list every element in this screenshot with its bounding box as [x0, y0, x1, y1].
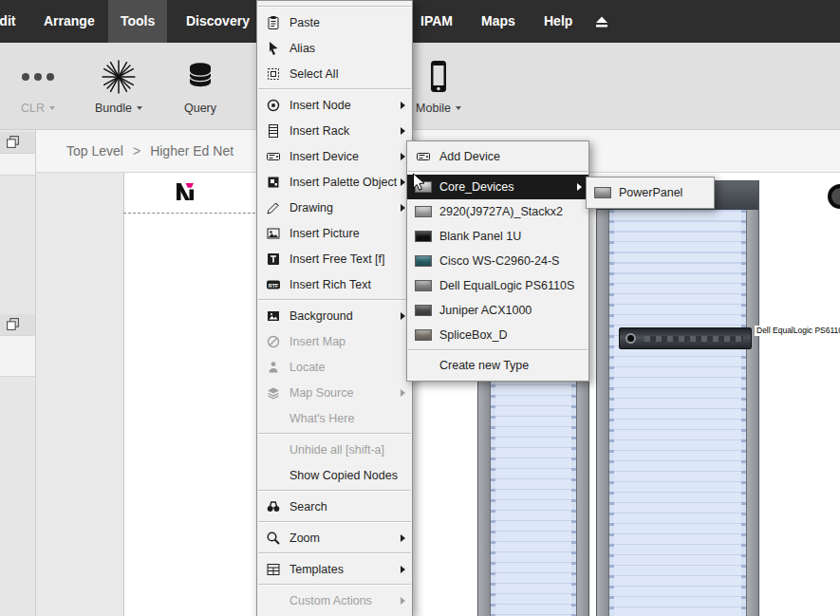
core-devices-submenu: PowerPanel — [586, 177, 715, 209]
toolbar-button-clr[interactable]: CLR — [8, 52, 68, 126]
menu-item-label: Locate — [289, 361, 326, 374]
rich-text-icon: RTF — [265, 277, 282, 292]
caret-down-icon — [137, 106, 142, 110]
menu-item-label: Show Copied Nodes — [289, 469, 398, 482]
menu-item-insert-picture[interactable]: Insert Picture — [257, 220, 412, 246]
toolbar-button-bundle[interactable]: Bundle — [84, 52, 154, 126]
clr-dots-icon — [20, 52, 56, 102]
menu-item-dell-equallogic-ps6110s[interactable]: Dell EqualLogic PS6110S — [407, 273, 588, 298]
menu-item-label: Core_Devices — [439, 180, 514, 194]
templates-icon — [265, 562, 282, 577]
menu-item-label: Select All — [289, 67, 338, 81]
tools-menu: PasteAliasSelect AllInsert NodeInsert Ra… — [256, 0, 413, 616]
menu-separator — [258, 490, 411, 492]
menu-item-blank-panel-1u[interactable]: Blank Panel 1U — [407, 224, 588, 249]
submenu-arrow-icon — [401, 153, 405, 160]
menu-item-insert-device[interactable]: Insert Device — [257, 143, 412, 169]
device-thumbnail-image — [415, 305, 432, 316]
breadcrumb-item-higher-ed-net[interactable]: Higher Ed Net — [150, 143, 233, 159]
alias-icon — [265, 41, 282, 56]
menubar-item-ipam[interactable]: IPAM — [411, 0, 462, 43]
device-node-dell-equallogic[interactable] — [619, 327, 752, 349]
submenu-arrow-icon — [577, 183, 582, 191]
menubar-item-help[interactable]: Help — [534, 0, 582, 43]
zoom-magnifier-icon — [265, 531, 282, 546]
menu-item-label: Background — [289, 309, 353, 323]
menu-item-label: Zoom — [289, 532, 320, 545]
toolbar-label-query: Query — [184, 102, 216, 115]
submenu-arrow-icon — [401, 534, 405, 542]
menu-item-label: Dell EqualLogic PS6110S — [439, 279, 574, 292]
menu-item-alias[interactable]: Alias — [257, 35, 412, 61]
paste-icon — [265, 15, 282, 30]
menu-item-insert-palette-object[interactable]: Insert Palette Object — [257, 169, 412, 195]
menu-item-create-new-type[interactable]: Create new Type — [407, 353, 588, 378]
toolbar-button-mobile[interactable]: Mobile — [402, 52, 475, 126]
netterrain-logo-icon — [174, 180, 196, 203]
breadcrumb-item-top-level[interactable]: Top Level — [66, 143, 123, 159]
menubar-item-maps[interactable]: Maps — [472, 0, 525, 43]
toolbar-button-query[interactable]: Query — [167, 52, 233, 126]
device-thumbnail-image — [415, 329, 432, 341]
menu-item-insert-node[interactable]: Insert Node — [257, 92, 412, 118]
menu-item-show-copied-nodes[interactable]: Show Copied Nodes — [257, 462, 412, 488]
menu-item-label: Insert Node — [289, 99, 351, 112]
svg-text:RTF: RTF — [269, 282, 279, 288]
menubar-item-arrange[interactable]: Arrange — [34, 0, 104, 43]
submenu-arrow-icon — [401, 566, 405, 573]
menu-item-insert-rack[interactable]: Insert Rack — [257, 118, 412, 143]
menu-item-label: Cisco WS-C2960-24-S — [439, 254, 559, 268]
menu-item-insert-free-text-f[interactable]: Insert Free Text [f] — [257, 246, 412, 271]
menu-item-label: Templates — [289, 563, 344, 576]
menu-item-add-device[interactable]: Add Device — [407, 144, 588, 169]
menu-item-splicebox-d[interactable]: SpliceBox_D — [407, 323, 588, 347]
menubar-item-edit[interactable]: Edit — [0, 0, 25, 43]
map-source-icon — [265, 385, 282, 401]
menu-item-label: Alias — [289, 42, 315, 55]
picture-icon — [265, 226, 282, 241]
eject-button[interactable] — [590, 0, 613, 43]
insert-rack-icon — [265, 123, 282, 139]
menu-item-what-s-here: What's Here — [257, 405, 412, 431]
menu-separator — [258, 433, 411, 435]
menu-item-label: Map Source — [289, 386, 353, 400]
eject-icon — [594, 14, 609, 29]
insert-device-submenu: Add DeviceCore_Devices2920(J9727A)_Stack… — [406, 140, 589, 382]
rack-rail — [747, 210, 758, 616]
dock-panel-tab — [0, 132, 35, 153]
menubar-item-tools[interactable]: Tools — [108, 0, 167, 43]
restore-panel-icon[interactable] — [6, 317, 20, 331]
menu-item-zoom[interactable]: Zoom — [257, 525, 412, 551]
menu-item-label: Create new Type — [439, 359, 529, 372]
menu-item-paste[interactable]: Paste — [257, 9, 412, 35]
toolbar: CLR Bundle Query — [0, 43, 840, 130]
rack-node[interactable] — [596, 180, 759, 616]
menu-item-drawing[interactable]: Drawing — [257, 195, 412, 220]
no-icon — [265, 442, 282, 457]
menu-item-label: Paste — [289, 16, 320, 29]
menu-item-label: Unhide all [shift-a] — [289, 443, 384, 457]
menu-item-2920-j9727a-stackx2[interactable]: 2920(J9727A)_Stackx2 — [407, 199, 588, 224]
dock-panel-body — [0, 335, 35, 377]
menu-item-insert-map: Insert Map — [257, 328, 412, 354]
submenu-arrow-icon — [401, 127, 405, 135]
menu-item-core-devices[interactable]: Core_Devices — [407, 175, 588, 199]
menu-separator — [258, 584, 411, 586]
menu-item-juniper-acx1000[interactable]: Juniper ACX1000 — [407, 298, 588, 323]
menu-separator — [258, 88, 411, 90]
menu-item-insert-rich-text[interactable]: RTFInsert Rich Text — [257, 271, 412, 297]
dock-panel-body — [0, 153, 35, 176]
menu-item-templates[interactable]: Templates — [257, 556, 412, 582]
breadcrumb-separator: > — [133, 143, 140, 159]
menu-item-cisco-ws-c2960-24-s[interactable]: Cisco WS-C2960-24-S — [407, 249, 588, 273]
menu-item-powerpanel[interactable]: PowerPanel — [587, 180, 714, 205]
submenu-arrow-icon — [401, 178, 405, 186]
menu-item-search[interactable]: Search — [257, 494, 412, 519]
menu-item-select-all[interactable]: Select All — [257, 61, 412, 86]
menubar-item-discovery[interactable]: Discovery — [177, 0, 259, 43]
menu-item-custom-actions: Custom Actions — [257, 588, 412, 613]
menu-separator — [258, 552, 411, 554]
restore-panel-icon[interactable] — [6, 135, 20, 149]
submenu-arrow-icon — [401, 102, 405, 109]
menu-item-background[interactable]: Background — [257, 303, 412, 328]
